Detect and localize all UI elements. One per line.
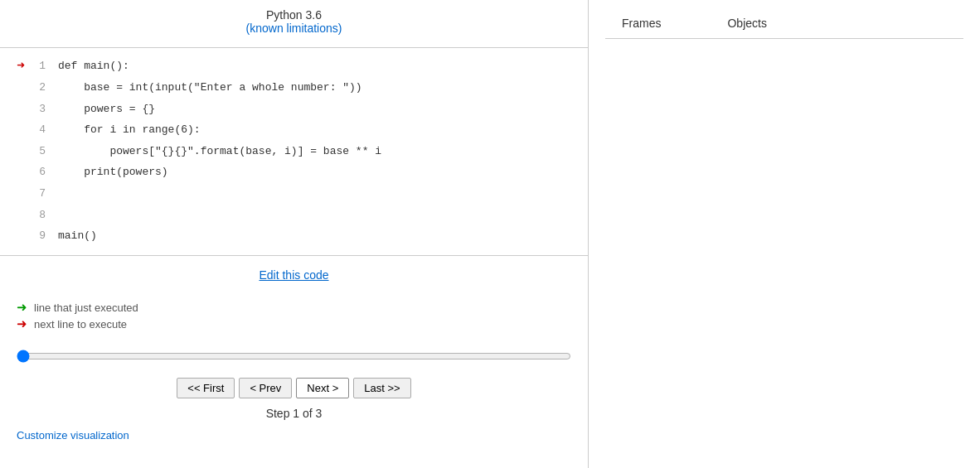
code-line: ➜5 powers["{}{}".format(base, i)] = base… <box>0 141 588 162</box>
line-code: base = int(input("Enter a whole number: … <box>58 80 362 97</box>
legend-red: ➜ next line to execute <box>17 316 571 331</box>
divider-top <box>0 47 588 48</box>
objects-label: Objects <box>727 17 766 30</box>
line-number: 3 <box>29 101 46 118</box>
panel-header: Python 3.6 (known limitations) <box>0 8 588 35</box>
line-code: def main(): <box>58 58 129 75</box>
edit-code-link[interactable]: Edit this code <box>259 268 328 282</box>
code-line: ➜4 for i in range(6): <box>0 120 588 142</box>
line-number: 9 <box>29 228 46 245</box>
line-arrow-icon: ➜ <box>0 205 25 226</box>
slider-row <box>0 345 588 369</box>
line-number: 4 <box>29 122 46 139</box>
line-number: 1 <box>29 58 46 75</box>
code-line: ➜7 <box>0 184 588 205</box>
code-line: ➜8 <box>0 205 588 226</box>
line-arrow-icon: ➜ <box>0 120 25 142</box>
line-number: 2 <box>29 80 46 97</box>
known-limitations-link[interactable]: (known limitations) <box>246 22 342 35</box>
line-arrow-icon: ➜ <box>0 99 25 120</box>
legend-green-label: line that just executed <box>34 302 138 314</box>
code-line: ➜2 base = int(input("Enter a whole numbe… <box>0 78 588 99</box>
line-arrow-icon: ➜ <box>0 226 25 248</box>
next-button[interactable]: Next > <box>296 378 349 398</box>
controls-row: << First < Prev Next > Last >> <box>0 378 588 398</box>
line-code: powers = {} <box>58 101 155 118</box>
code-line: ➜6 print(powers) <box>0 162 588 184</box>
line-code: powers["{}{}".format(base, i)] = base **… <box>58 143 381 161</box>
line-code: main() <box>58 228 97 245</box>
legend-red-label: next line to execute <box>34 318 127 330</box>
line-arrow-icon: ➜ <box>0 78 25 99</box>
edit-link-row: Edit this code <box>0 268 588 282</box>
prev-button[interactable]: < Prev <box>239 378 292 398</box>
code-line: ➜1def main(): <box>0 56 588 78</box>
line-arrow-icon: ➜ <box>0 56 25 78</box>
step-slider[interactable] <box>17 350 571 363</box>
line-number: 7 <box>29 186 46 203</box>
code-line: ➜3 powers = {} <box>0 99 588 120</box>
right-panel-header: Frames Objects <box>605 8 963 39</box>
first-button[interactable]: << First <box>177 378 235 398</box>
line-number: 5 <box>29 143 46 161</box>
step-indicator: Step 1 of 3 <box>0 407 588 420</box>
last-button[interactable]: Last >> <box>353 378 410 398</box>
line-number: 8 <box>29 207 46 224</box>
legend: ➜ line that just executed ➜ next line to… <box>0 294 588 337</box>
line-code: print(powers) <box>58 164 168 181</box>
frames-label: Frames <box>622 17 661 30</box>
code-display: ➜1def main():➜2 base = int(input("Enter … <box>0 52 588 251</box>
code-line: ➜9main() <box>0 226 588 248</box>
line-number: 6 <box>29 164 46 181</box>
red-arrow-icon: ➜ <box>17 316 27 331</box>
green-arrow-icon: ➜ <box>17 300 27 315</box>
line-arrow-icon: ➜ <box>0 162 25 184</box>
language-title: Python 3.6 <box>0 8 588 22</box>
line-arrow-icon: ➜ <box>0 184 25 205</box>
divider-middle <box>0 255 588 256</box>
customize-link-row: Customize visualization <box>17 428 571 441</box>
customize-link[interactable]: Customize visualization <box>17 429 129 441</box>
line-arrow-icon: ➜ <box>0 141 25 162</box>
legend-green: ➜ line that just executed <box>17 300 571 315</box>
line-code: for i in range(6): <box>58 122 201 139</box>
right-panel: Frames Objects <box>589 0 980 468</box>
